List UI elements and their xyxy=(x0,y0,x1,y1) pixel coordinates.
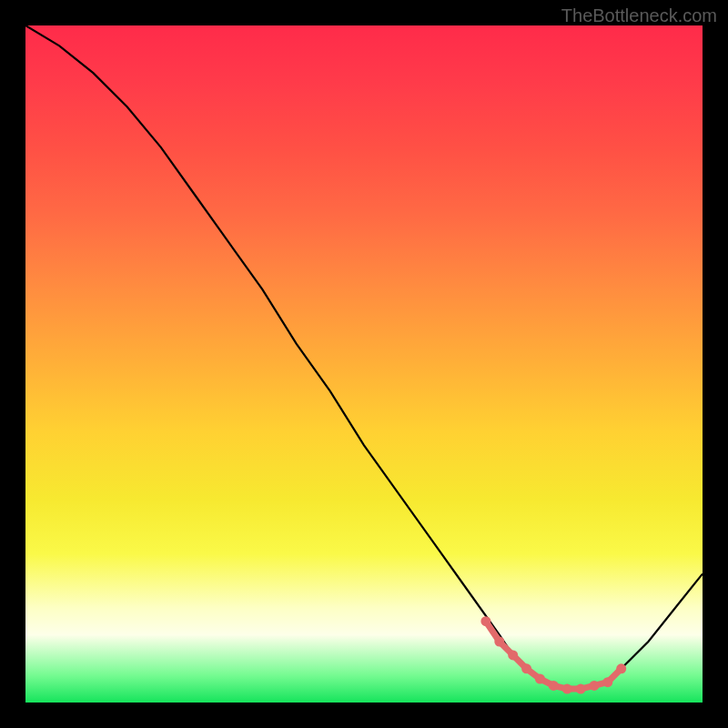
optimal-zone-marker xyxy=(576,684,586,694)
optimal-zone-marker xyxy=(562,684,572,694)
optimal-zone-marker xyxy=(480,616,490,626)
chart-plot-area xyxy=(25,25,703,703)
chart-svg xyxy=(25,25,703,703)
optimal-zone-marker xyxy=(508,650,518,660)
optimal-zone-markers xyxy=(480,616,626,693)
optimal-zone-marker xyxy=(616,663,626,673)
optimal-zone-marker xyxy=(590,681,600,691)
bottleneck-curve-line xyxy=(25,25,703,689)
watermark-text: TheBottleneck.com xyxy=(561,5,717,26)
optimal-zone-marker xyxy=(521,663,531,673)
optimal-zone-line xyxy=(486,622,622,689)
optimal-zone-marker xyxy=(494,637,504,647)
optimal-zone-marker xyxy=(602,677,612,687)
optimal-zone-marker xyxy=(535,674,545,684)
optimal-zone-marker xyxy=(549,681,559,691)
